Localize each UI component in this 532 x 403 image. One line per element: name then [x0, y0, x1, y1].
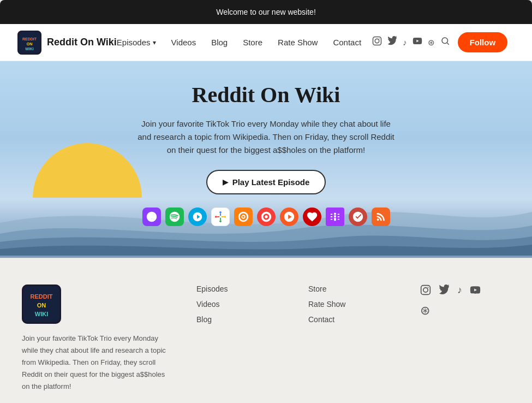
svg-rect-27 [337, 219, 339, 220]
svg-rect-20 [334, 213, 336, 215]
nav-link-store[interactable]: Store [243, 38, 262, 47]
follow-button[interactable]: Follow [458, 32, 508, 52]
main-nav: Episodes Videos Blog Store Rate Show Con… [117, 38, 361, 48]
footer-social-col: ♪ ⊛ [420, 285, 510, 393]
svg-point-35 [428, 287, 429, 288]
svg-rect-21 [337, 214, 339, 215]
site-footer: REDDIT ON WIKI Join your favorite TikTok… [0, 258, 532, 403]
logo-image: REDDIT ON WIKI [17, 31, 41, 55]
svg-text:ON: ON [37, 302, 46, 309]
logo-area[interactable]: REDDIT ON WIKI Reddit On Wiki [17, 31, 117, 55]
hero-content: Reddit On Wiki Join your favorite TikTok… [135, 82, 397, 226]
svg-rect-25 [330, 219, 332, 220]
svg-rect-5 [373, 37, 381, 45]
footer-twitter-icon[interactable] [439, 285, 450, 298]
nav-link-contact[interactable]: Contact [333, 38, 361, 47]
rss-icon[interactable] [372, 208, 390, 226]
svg-text:WIKI: WIKI [35, 311, 48, 317]
google-podcasts-icon[interactable] [211, 208, 230, 226]
footer-link-episodes[interactable]: Episodes [196, 285, 286, 293]
instagram-icon[interactable] [372, 36, 382, 49]
svg-rect-22 [330, 216, 332, 217]
svg-rect-33 [421, 286, 431, 295]
nav-link-rate-show[interactable]: Rate Show [278, 38, 318, 47]
twitter-icon[interactable] [387, 36, 397, 49]
svg-text:ON: ON [27, 42, 33, 46]
spotify-icon[interactable] [165, 208, 184, 226]
svg-point-11 [219, 211, 222, 214]
svg-rect-23 [334, 215, 336, 217]
play-latest-button[interactable]: Play Latest Episode [206, 170, 326, 194]
nav-item-videos[interactable]: Videos [171, 38, 196, 48]
svg-rect-26 [334, 218, 336, 221]
hero-description: Join your favorite TikTok Trio every Mon… [135, 117, 397, 157]
footer-nav-col-2: Store Rate Show Contact [308, 285, 398, 393]
search-icon[interactable] [440, 36, 450, 49]
nav-link-videos[interactable]: Videos [171, 38, 196, 47]
hero-section: Reddit On Wiki Join your favorite TikTok… [0, 61, 532, 258]
svg-text:WIKI: WIKI [25, 47, 34, 51]
svg-point-13 [214, 216, 217, 218]
discord-icon[interactable]: ⊛ [428, 38, 435, 48]
svg-point-34 [423, 288, 428, 292]
svg-rect-24 [337, 216, 339, 217]
nav-item-store[interactable]: Store [243, 38, 262, 48]
nav-link-blog[interactable]: Blog [211, 38, 228, 47]
youtube-icon[interactable] [413, 36, 422, 49]
svg-text:REDDIT: REDDIT [22, 37, 37, 41]
footer-logo: REDDIT ON WIKI [22, 285, 61, 324]
site-title: Reddit On Wiki [47, 37, 117, 48]
footer-instagram-icon[interactable] [420, 285, 431, 298]
svg-point-12 [219, 220, 222, 222]
overcast-icon[interactable] [234, 208, 253, 226]
player-fm-icon[interactable] [349, 208, 367, 226]
pocket-casts-icon[interactable] [257, 208, 276, 226]
banner-text: Welcome to our new website! [216, 8, 316, 16]
castbox-icon[interactable] [280, 208, 298, 226]
footer-nav-col-1: Episodes Videos Blog [196, 285, 286, 393]
footer-link-rate-show[interactable]: Rate Show [308, 300, 398, 309]
svg-rect-19 [330, 214, 332, 215]
footer-description: Join your favorite TikTok Trio every Mon… [22, 333, 175, 393]
nav-item-rate-show[interactable]: Rate Show [278, 38, 318, 48]
nav-item-blog[interactable]: Blog [211, 38, 228, 48]
footer-link-store[interactable]: Store [308, 285, 398, 293]
footer-link-contact[interactable]: Contact [308, 315, 398, 324]
svg-point-7 [379, 38, 380, 39]
iheart-icon[interactable] [303, 208, 321, 226]
tiktok-icon[interactable]: ♪ [403, 38, 407, 47]
footer-link-blog[interactable]: Blog [196, 315, 286, 324]
footer-discord-icon[interactable]: ⊛ [420, 304, 430, 317]
svg-point-8 [442, 38, 448, 44]
nav-item-episodes[interactable]: Episodes [117, 38, 156, 47]
svg-text:REDDIT: REDDIT [31, 293, 53, 300]
footer-youtube-icon[interactable] [470, 285, 481, 298]
footer-brand: REDDIT ON WIKI Join your favorite TikTok… [22, 285, 175, 393]
podcast-platforms [135, 208, 397, 226]
announcement-banner: Welcome to our new website! [0, 0, 532, 24]
deezer-icon[interactable] [326, 208, 344, 226]
apple-podcasts-icon[interactable] [142, 208, 161, 226]
nav-item-contact[interactable]: Contact [333, 38, 361, 48]
svg-point-6 [375, 39, 379, 43]
nav-link-episodes[interactable]: Episodes [117, 38, 156, 47]
svg-line-9 [447, 43, 449, 44]
svg-point-14 [224, 216, 226, 218]
footer-link-videos[interactable]: Videos [196, 300, 286, 309]
site-header: REDDIT ON WIKI Reddit On Wiki Episodes V… [0, 24, 532, 61]
hero-title: Reddit On Wiki [135, 82, 397, 108]
header-social-icons: ♪ ⊛ [372, 36, 450, 49]
amazon-music-icon[interactable] [188, 208, 207, 226]
footer-tiktok-icon[interactable]: ♪ [457, 285, 462, 298]
